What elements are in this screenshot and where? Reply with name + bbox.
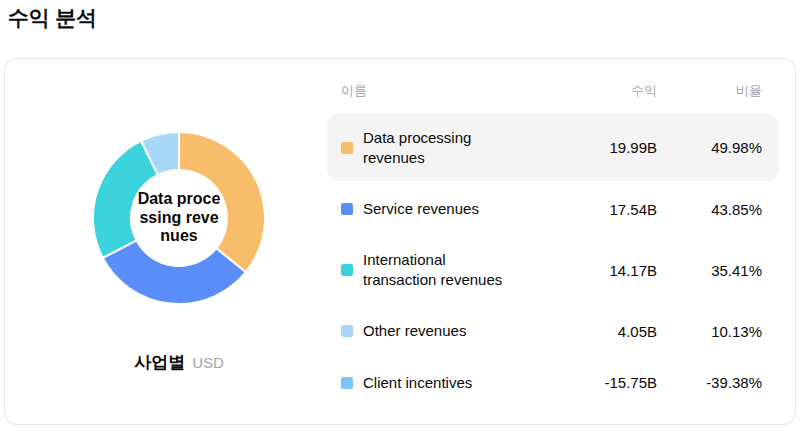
legend-color-swatch (341, 203, 353, 215)
revenue-breakdown-card: Data processing revenues 사업별USD 이름 수익 비율… (4, 58, 796, 425)
group-by-label: 사업별 (134, 353, 185, 372)
series-name: Client incentives (363, 373, 521, 393)
legend-table: 이름 수익 비율 Data processing revenues 19.99B… (327, 59, 795, 424)
revenue-value: 14.17B (521, 262, 657, 279)
donut-chart-svg[interactable] (75, 114, 283, 322)
legend-color-swatch (341, 377, 353, 389)
series-name: International transaction revenues (363, 250, 521, 290)
legend-color-swatch (341, 264, 353, 276)
series-name: Other revenues (363, 321, 521, 341)
currency-unit-label: USD (192, 354, 224, 371)
revenue-value: -15.75B (521, 374, 657, 391)
table-row[interactable]: Client incentives -15.75B -39.38% (327, 359, 779, 406)
series-name: Data processing revenues (363, 128, 521, 168)
column-header-revenue: 수익 (521, 82, 657, 100)
revenue-value: 17.54B (521, 201, 657, 218)
table-row[interactable]: Data processing revenues 19.99B 49.98% (327, 114, 779, 181)
table-row[interactable]: Service revenues 17.54B 43.85% (327, 181, 779, 237)
table-row[interactable]: Other revenues 4.05B 10.13% (327, 303, 779, 359)
revenue-value: 4.05B (521, 323, 657, 340)
ratio-value: -39.38% (657, 374, 762, 391)
column-header-name: 이름 (341, 82, 521, 100)
chart-caption: 사업별USD (5, 351, 353, 374)
revenue-analysis-page: 수익 분석 Data processing revenues 사업별USD 이름… (0, 0, 800, 431)
revenue-value: 19.99B (521, 139, 657, 156)
ratio-value: 10.13% (657, 323, 762, 340)
ratio-value: 43.85% (657, 201, 762, 218)
donut-chart[interactable]: Data processing revenues (75, 114, 283, 322)
table-row[interactable]: International transaction revenues 14.17… (327, 237, 779, 303)
series-name: Service revenues (363, 199, 521, 219)
table-body: Data processing revenues 19.99B 49.98% S… (327, 114, 779, 406)
column-header-ratio: 비율 (657, 82, 762, 100)
ratio-value: 35.41% (657, 262, 762, 279)
legend-color-swatch (341, 325, 353, 337)
donut-chart-pane: Data processing revenues 사업별USD (5, 59, 327, 424)
table-header-row: 이름 수익 비율 (327, 76, 779, 114)
legend-color-swatch (341, 142, 353, 154)
donut-segment[interactable] (179, 132, 265, 272)
page-title: 수익 분석 (8, 4, 97, 32)
donut-segment[interactable] (93, 141, 158, 258)
ratio-value: 49.98% (657, 139, 762, 156)
